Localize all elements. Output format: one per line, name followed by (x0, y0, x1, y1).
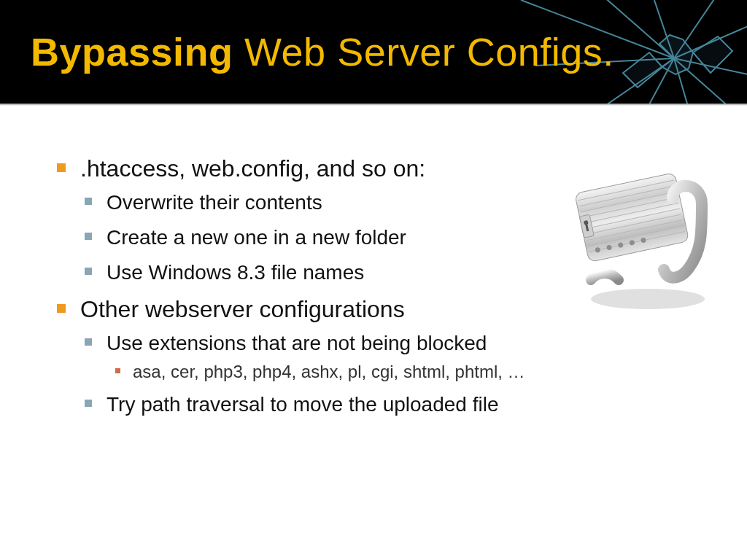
bullet-sublist: Overwrite their contents Create a new on… (80, 189, 568, 286)
header-divider (0, 104, 747, 106)
title-rest: Web Server Configs. (233, 30, 614, 74)
bullet-text: Other webserver configurations (80, 296, 405, 322)
title-accent: Bypassing (31, 30, 233, 74)
svg-marker-1 (693, 36, 732, 73)
svg-marker-2 (623, 52, 662, 88)
bullet-l2: Use Windows 8.3 file names (85, 259, 568, 287)
bullet-text: .htaccess, web.config, and so on: (80, 155, 425, 182)
slide-title: Bypassing Web Server Configs. (31, 29, 614, 74)
bullet-l2: Use extensions that are not being blocke… (85, 330, 568, 384)
bullet-l2: Create a new one in a new folder (85, 224, 568, 252)
bullet-text: Use extensions that are not being blocke… (107, 332, 487, 354)
bullet-l3: asa, cer, php3, php4, ashx, pl, cgi, sht… (115, 360, 568, 384)
bullet-sub-sublist: asa, cer, php3, php4, ashx, pl, cgi, sht… (107, 360, 568, 384)
bullet-l1: Other webserver configurations Use exten… (57, 294, 568, 419)
svg-point-3 (591, 289, 705, 309)
slide-header: Bypassing Web Server Configs. (0, 0, 747, 104)
slide-body: .htaccess, web.config, and so on: Overwr… (57, 153, 568, 426)
padlock-icon (563, 155, 724, 315)
bullet-list: .htaccess, web.config, and so on: Overwr… (57, 153, 568, 419)
bullet-l2: Try path traversal to move the uploaded … (85, 391, 568, 419)
bullet-l1: .htaccess, web.config, and so on: Overwr… (57, 153, 568, 287)
bullet-l2: Overwrite their contents (85, 189, 568, 217)
slide: Bypassing Web Server Configs. .htaccess,… (0, 0, 747, 560)
bullet-sublist: Use extensions that are not being blocke… (80, 330, 568, 419)
